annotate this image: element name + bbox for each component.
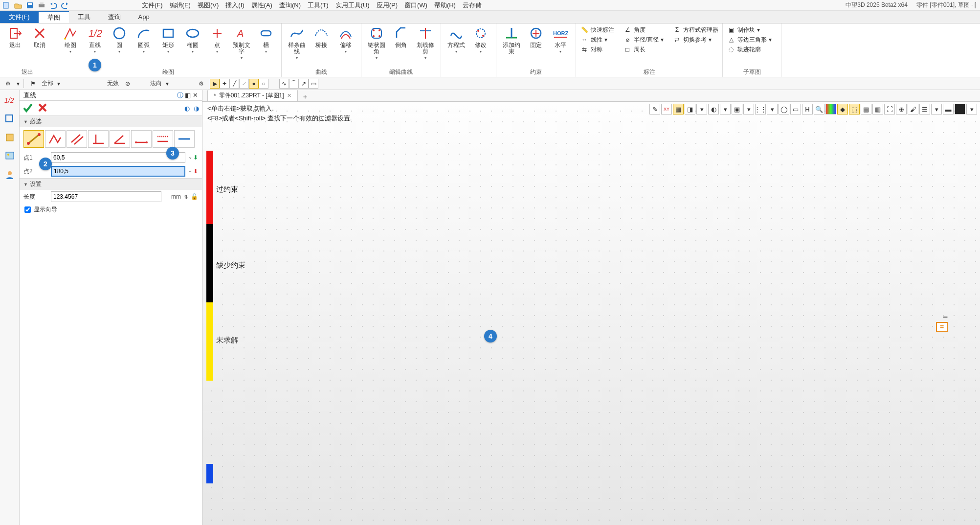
- open-icon[interactable]: [14, 1, 22, 10]
- menu-edit[interactable]: 编辑(E): [170, 1, 191, 10]
- panel-dock-icon[interactable]: ◧: [185, 91, 191, 99]
- save-icon[interactable]: [25, 1, 34, 10]
- pick5-icon[interactable]: ○: [259, 79, 268, 89]
- vb-screen2-icon[interactable]: [955, 104, 965, 114]
- vb-plane-icon[interactable]: ▣: [732, 104, 742, 114]
- print-icon[interactable]: [37, 1, 46, 10]
- spline-button[interactable]: 样条曲线▾: [286, 25, 308, 60]
- menu-view[interactable]: 视图(V): [198, 1, 219, 10]
- vb-dd1-icon[interactable]: ▾: [696, 104, 707, 114]
- vb-dd3-icon[interactable]: ▾: [743, 104, 754, 114]
- panel-right-icon[interactable]: ◑: [194, 105, 199, 112]
- length-stepper-icon[interactable]: ⇅: [184, 194, 188, 200]
- tab-sketch[interactable]: 草图: [39, 11, 69, 23]
- arc-button[interactable]: 圆弧▾: [133, 25, 155, 54]
- filter-settings-icon[interactable]: ⚙: [3, 79, 13, 89]
- menu-file[interactable]: 文件(F): [142, 1, 163, 10]
- snap3-icon[interactable]: ↗: [299, 79, 309, 89]
- slot-button[interactable]: 槽▾: [255, 25, 277, 54]
- play-icon[interactable]: ▶: [210, 79, 220, 89]
- vb-rect-icon[interactable]: ▭: [790, 104, 801, 114]
- offset-button[interactable]: 偏移▾: [334, 25, 357, 54]
- show-guide-checkbox[interactable]: [24, 206, 31, 213]
- snap1-icon[interactable]: ∿: [279, 79, 289, 89]
- menu-insert[interactable]: 插入(I): [225, 1, 244, 10]
- undo-icon[interactable]: [49, 1, 58, 10]
- menu-tools[interactable]: 工具(T): [308, 1, 329, 10]
- vb-layer2-icon[interactable]: ▥: [872, 104, 883, 114]
- vb-expand-icon[interactable]: ⛶: [884, 104, 895, 114]
- image-icon[interactable]: [3, 150, 16, 162]
- tab-app[interactable]: App: [130, 11, 158, 23]
- equation-button[interactable]: 方程式▾: [445, 25, 468, 54]
- perim-button[interactable]: ◻周长: [623, 45, 664, 54]
- switchref-button[interactable]: ⇄切换参考 ▾: [672, 35, 718, 44]
- snap2-icon[interactable]: ⌒: [289, 79, 299, 89]
- menu-attr[interactable]: 属性(A): [251, 1, 272, 10]
- draw-button[interactable]: 绘图▾: [59, 25, 82, 54]
- section-settings-header[interactable]: 设置: [20, 179, 202, 190]
- length-lock-icon[interactable]: 🔓: [191, 193, 198, 200]
- vb-circle-icon[interactable]: ◯: [779, 104, 789, 114]
- document-tab[interactable]: * 零件001.Z3PRT - [草图1] ✕: [207, 90, 298, 101]
- menu-help[interactable]: 帮助(H): [434, 1, 456, 10]
- radius-button[interactable]: ⌀半径/直径 ▾: [623, 35, 664, 44]
- mode-horizontal[interactable]: [174, 130, 195, 148]
- mode-perp[interactable]: [88, 130, 109, 148]
- line-button[interactable]: 1/2 直线▾ 1: [84, 25, 106, 54]
- length-input[interactable]: [51, 191, 161, 202]
- sym-button[interactable]: ⇆对称: [580, 45, 614, 54]
- vb-pencil-icon[interactable]: ✎: [649, 104, 660, 114]
- mode-parallel[interactable]: [67, 130, 87, 148]
- mode-dotted[interactable]: [153, 130, 173, 148]
- gear-icon[interactable]: ⚙: [196, 79, 206, 89]
- vb-sel2-icon[interactable]: ⬚: [849, 104, 860, 114]
- tab-tools[interactable]: 工具: [69, 11, 99, 23]
- vb-brush-icon[interactable]: 🖌: [908, 104, 918, 114]
- circle-button[interactable]: 圆▾: [108, 25, 131, 54]
- user-icon[interactable]: [3, 168, 16, 181]
- modify-button[interactable]: 修改▾: [469, 25, 492, 54]
- point2-pick-icon[interactable]: ⬇: [193, 168, 198, 175]
- cancel-button[interactable]: 取消: [28, 25, 51, 48]
- tab-query[interactable]: 查询: [99, 11, 130, 23]
- chamfer-button[interactable]: 倒角: [390, 25, 412, 48]
- menu-util[interactable]: 实用工具(U): [335, 1, 370, 10]
- vb-list-icon[interactable]: ☰: [919, 104, 930, 114]
- pick3-icon[interactable]: ⟋: [239, 79, 249, 89]
- vb-h-icon[interactable]: H: [802, 104, 813, 114]
- vb-dd6-icon[interactable]: ▾: [966, 104, 977, 114]
- vb-screen1-icon[interactable]: ▬: [943, 104, 954, 114]
- filter-invalid-icon[interactable]: ⊘: [123, 79, 133, 89]
- menu-window[interactable]: 窗口(W): [404, 1, 427, 10]
- snap4-icon[interactable]: ▭: [309, 79, 318, 89]
- chainfillet-button[interactable]: 链状圆角▾: [365, 25, 388, 60]
- mode-hv[interactable]: [131, 130, 152, 148]
- addconstraint-button[interactable]: 添加约束: [500, 25, 523, 55]
- vb-cube-icon[interactable]: ◨: [685, 104, 695, 114]
- eqtriangle-button[interactable]: △等边三角形 ▾: [727, 35, 772, 44]
- trace-button[interactable]: ◌轨迹轮廓: [727, 45, 772, 54]
- vb-grid-icon[interactable]: ▦: [673, 104, 684, 114]
- point2-dropdown-icon[interactable]: ⌄: [188, 168, 192, 175]
- menu-query[interactable]: 查询(N): [279, 1, 301, 10]
- section-required-header[interactable]: 必选: [20, 116, 202, 127]
- vb-dd4-icon[interactable]: ▾: [767, 104, 778, 114]
- makeblock-button[interactable]: ▣制作块 ▾: [727, 25, 772, 34]
- redo-icon[interactable]: [61, 1, 69, 10]
- pick4-icon[interactable]: ●: [249, 79, 259, 89]
- eqmgr-button[interactable]: Σ方程式管理器: [672, 25, 718, 34]
- close-tab-icon[interactable]: ✕: [287, 92, 291, 99]
- vb-dd2-icon[interactable]: ▾: [720, 104, 731, 114]
- point1-pick-icon[interactable]: ⬇: [193, 154, 198, 161]
- ellipse-button[interactable]: 椭圆▾: [181, 25, 204, 54]
- trim-button[interactable]: 划线修剪▾: [414, 25, 437, 60]
- point-button[interactable]: 点▾: [206, 25, 228, 54]
- vb-dots-icon[interactable]: ⋮⋮: [755, 104, 766, 114]
- box-icon[interactable]: [3, 131, 16, 144]
- tab-file[interactable]: 文件(F): [0, 11, 39, 23]
- vb-layer1-icon[interactable]: ▤: [861, 104, 871, 114]
- tree-icon[interactable]: [3, 113, 16, 125]
- vb-target-icon[interactable]: ⊕: [896, 104, 907, 114]
- mode-single-line[interactable]: [23, 130, 44, 148]
